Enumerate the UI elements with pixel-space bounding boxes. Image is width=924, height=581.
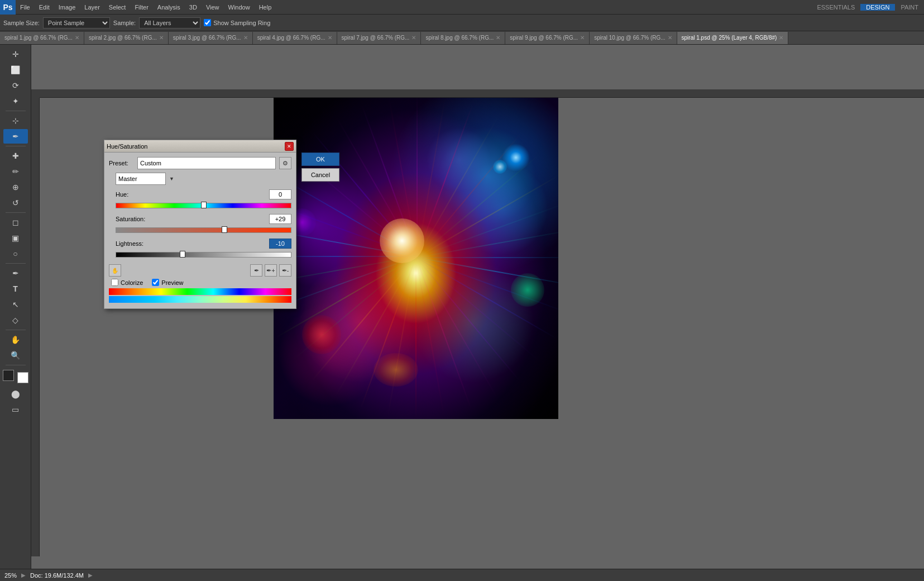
- tab-3[interactable]: spiral 4.jpg @ 66.7% (RG... ✕: [253, 32, 337, 44]
- bg-color-swatch[interactable]: [17, 372, 28, 383]
- tool-eyedropper[interactable]: ✒: [3, 129, 28, 144]
- saturation-slider-thumb[interactable]: [222, 226, 227, 233]
- show-sampling-ring-checkbox[interactable]: [204, 19, 211, 26]
- workspace-essentials[interactable]: ESSENTIALS: [811, 4, 860, 11]
- eyedropper-sample-btn[interactable]: ✒: [250, 264, 262, 277]
- hue-value-input[interactable]: [269, 189, 291, 199]
- menu-filter[interactable]: Filter: [130, 0, 152, 15]
- tab-close-0[interactable]: ✕: [75, 32, 79, 44]
- menu-file[interactable]: File: [16, 0, 35, 15]
- eyedropper-add-btn[interactable]: ✒+: [265, 264, 277, 277]
- tab-close-7[interactable]: ✕: [668, 32, 672, 44]
- tab-8[interactable]: spiral 1.psd @ 25% (Layer 4, RGB/8#) ✕: [677, 32, 789, 44]
- tool-divider-2: [6, 146, 26, 146]
- tab-close-4[interactable]: ✕: [411, 32, 416, 44]
- samplesize-select[interactable]: Point Sample: [43, 17, 110, 28]
- tab-close-2[interactable]: ✕: [243, 32, 248, 44]
- tool-lasso[interactable]: ⟳: [3, 78, 28, 93]
- tab-5[interactable]: spiral 8.jpg @ 66.7% (RG... ✕: [421, 32, 505, 44]
- menu-help[interactable]: Help: [255, 0, 276, 15]
- dialog-buttons: OK Cancel: [301, 153, 339, 182]
- tool-divider-6: [6, 365, 26, 365]
- tool-dodge[interactable]: ○: [3, 246, 28, 261]
- tab-close-3[interactable]: ✕: [328, 32, 332, 44]
- tab-2[interactable]: spiral 3.jpg @ 66.7% (RG... ✕: [169, 32, 253, 44]
- tab-4[interactable]: spiral 7.jpg @ 66.7% (RG... ✕: [337, 32, 422, 44]
- tool-selection[interactable]: ⬜: [3, 63, 28, 77]
- tab-close-6[interactable]: ✕: [580, 32, 585, 44]
- ruler-vertical: [31, 98, 40, 556]
- tool-quick-select[interactable]: ✦: [3, 94, 28, 108]
- doc-info: Doc: 19.6M/132.4M: [30, 572, 84, 579]
- preset-select[interactable]: Custom: [137, 157, 276, 169]
- colorize-label[interactable]: Colorize: [111, 279, 143, 286]
- cancel-button[interactable]: Cancel: [301, 168, 339, 182]
- tab-7[interactable]: spiral 10.jpg @ 66.7% (RG... ✕: [590, 32, 677, 44]
- preview-label[interactable]: Preview: [152, 279, 183, 286]
- tab-close-1[interactable]: ✕: [159, 32, 164, 44]
- tool-crop[interactable]: ⊹: [3, 113, 28, 128]
- hue-slider-thumb[interactable]: [201, 202, 207, 208]
- canvas-area: /* ruler ticks rendered via CSS */: [31, 45, 924, 569]
- menu-edit[interactable]: Edit: [35, 0, 54, 15]
- menu-analysis[interactable]: Analysis: [153, 0, 185, 15]
- dialog-close-button[interactable]: ✕: [285, 142, 294, 151]
- tool-quick-mask[interactable]: ⬤: [3, 387, 28, 401]
- tool-spot-heal[interactable]: ✚: [3, 149, 28, 163]
- tool-brush[interactable]: ✏: [3, 164, 28, 179]
- tool-divider-3: [6, 212, 26, 213]
- tool-path-select[interactable]: ↖: [3, 297, 28, 312]
- ok-button[interactable]: OK: [301, 153, 339, 166]
- menu-window[interactable]: Window: [224, 0, 255, 15]
- tool-hand[interactable]: ✋: [3, 332, 28, 347]
- tool-clone[interactable]: ⊕: [3, 180, 28, 194]
- menu-select[interactable]: Select: [104, 0, 131, 15]
- hue-label-row: Hue:: [116, 189, 291, 199]
- colorize-checkbox[interactable]: [111, 279, 118, 286]
- lightness-row: Lightness:: [109, 239, 291, 260]
- tool-history-brush[interactable]: ↺: [3, 196, 28, 210]
- tool-screen-mode[interactable]: ▭: [3, 402, 28, 417]
- ruler-corner: [31, 89, 40, 98]
- menu-layer[interactable]: Layer: [80, 0, 104, 15]
- ps-logo: Ps: [0, 0, 16, 15]
- preview-checkbox[interactable]: [152, 279, 159, 286]
- hue-slider-track[interactable]: [116, 202, 291, 209]
- zoom-icon[interactable]: ▶: [21, 572, 26, 578]
- preset-gear-button[interactable]: ⚙: [279, 157, 291, 169]
- tool-gradient[interactable]: ▣: [3, 231, 28, 245]
- tool-divider-1: [6, 111, 26, 111]
- channel-select[interactable]: Master: [116, 173, 166, 185]
- tab-0[interactable]: spiral 1.jpg @ 66.7% (RG... ✕: [0, 32, 84, 44]
- menu-bar: Ps File Edit Image Layer Select Filter A…: [0, 0, 924, 15]
- dialog-titlebar[interactable]: Hue/Saturation ✕: [104, 140, 296, 153]
- menu-3d[interactable]: 3D: [185, 0, 202, 15]
- eyedropper-subtract-btn[interactable]: ✒-: [279, 264, 291, 277]
- lightness-slider-thumb[interactable]: [180, 251, 185, 258]
- tab-close-8[interactable]: ✕: [779, 32, 783, 44]
- lightness-slider-track[interactable]: [116, 251, 291, 259]
- tool-shape[interactable]: ◇: [3, 313, 28, 327]
- workspace-design[interactable]: DESIGN: [860, 4, 895, 11]
- hand-tool-btn[interactable]: ✋: [109, 264, 121, 277]
- show-sampling-ring-label[interactable]: Show Sampling Ring: [204, 19, 270, 26]
- tab-1[interactable]: spiral 2.jpg @ 66.7% (RG... ✕: [84, 32, 169, 44]
- nav-arrow[interactable]: ▶: [88, 572, 93, 578]
- workspace-paint[interactable]: PAINT: [895, 4, 924, 11]
- saturation-value-input[interactable]: [269, 214, 291, 224]
- tabs-bar: spiral 1.jpg @ 66.7% (RG... ✕ spiral 2.j…: [0, 31, 924, 45]
- tab-6[interactable]: spiral 9.jpg @ 66.7% (RG... ✕: [505, 32, 590, 44]
- lightness-value-input[interactable]: [269, 239, 291, 249]
- tool-type[interactable]: T: [3, 282, 28, 296]
- saturation-slider-track[interactable]: [116, 226, 291, 234]
- dialog-title: Hue/Saturation: [107, 143, 147, 150]
- sample-select[interactable]: All Layers: [139, 17, 200, 28]
- tool-eraser[interactable]: ◻: [3, 215, 28, 230]
- tool-pen[interactable]: ✒: [3, 266, 28, 280]
- tool-zoom[interactable]: 🔍: [3, 348, 28, 363]
- tool-move[interactable]: ✛: [3, 47, 28, 61]
- fg-color-swatch[interactable]: [3, 370, 14, 381]
- menu-image[interactable]: Image: [54, 0, 80, 15]
- menu-view[interactable]: View: [202, 0, 224, 15]
- tab-close-5[interactable]: ✕: [496, 32, 500, 44]
